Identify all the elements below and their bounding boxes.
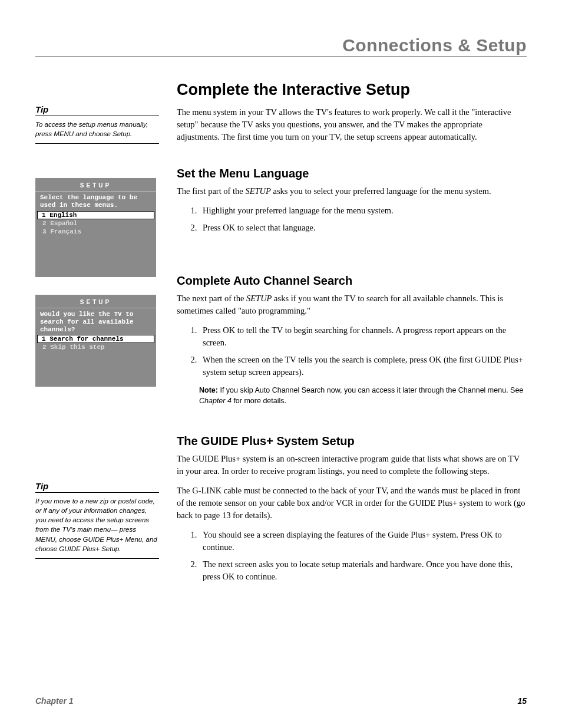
section-paragraph: The first part of the SETUP asks you to … [177, 185, 527, 197]
tv-screen-language: SETUP Select the language to be used in … [35, 178, 156, 276]
tv-screen-prompt: Select the language to be used in these … [35, 192, 156, 210]
list-item: When the screen on the TV tells you the … [199, 354, 527, 378]
ordered-list: Press OK to tell the TV to begin searchi… [177, 324, 527, 378]
page-header: Connections & Setup [35, 35, 527, 57]
chapter-label: Chapter 1 [35, 696, 74, 706]
tip-text: If you move to a new zip or postal code,… [35, 496, 159, 559]
list-item: Press OK to select that language. [199, 222, 527, 234]
intro-paragraph: The menu system in your TV allows the TV… [177, 106, 527, 143]
tv-option-search: 1 Search for channels [37, 335, 154, 343]
tv-option-francais: 3 Français [38, 228, 154, 236]
list-item: You should see a screen displaying the f… [199, 529, 527, 554]
list-item: Highlight your preferred language for th… [199, 205, 527, 217]
tip-text: To access the setup menus manually, pres… [35, 120, 159, 144]
tv-screen-title: SETUP [35, 295, 156, 308]
section-heading-language: Set the Menu Language [177, 167, 527, 180]
list-item: The next screen asks you to locate setup… [199, 558, 527, 583]
section-heading-guide-plus: The GUIDE Plus+ System Setup [177, 434, 527, 448]
tv-option-english: 1 English [37, 211, 154, 219]
section-paragraph: The G-LINK cable must be connected to th… [177, 485, 527, 522]
tip-block-2: Tip If you move to a new zip or postal c… [35, 481, 159, 559]
tv-option-espanol: 2 Español [38, 219, 154, 228]
tv-screen-channels: SETUP Would you like the TV to search fo… [35, 295, 156, 387]
list-item: Press OK to tell the TV to begin searchi… [199, 324, 527, 349]
tip-block-1: Tip To access the setup menus manually, … [35, 104, 159, 144]
note: Note: If you skip Auto Channel Search no… [199, 386, 527, 406]
page-number: 15 [517, 696, 527, 706]
sidebar: Tip To access the setup menus manually, … [35, 81, 159, 590]
tip-title: Tip [35, 104, 159, 116]
tv-option-skip: 2 Skip this step [38, 343, 154, 351]
tip-title: Tip [35, 481, 159, 493]
page-footer: Chapter 1 15 [35, 696, 527, 706]
ordered-list: You should see a screen displaying the f… [177, 529, 527, 583]
main-content: Complete the Interactive Setup The menu … [177, 81, 527, 590]
tv-screen-prompt: Would you like the TV to search for all … [35, 308, 156, 335]
section-paragraph: The next part of the SETUP asks if you w… [177, 292, 527, 317]
tv-screen-title: SETUP [35, 178, 156, 192]
page-title: Complete the Interactive Setup [177, 81, 527, 99]
section-paragraph: The GUIDE Plus+ system is an on-screen i… [177, 453, 527, 477]
ordered-list: Highlight your preferred language for th… [177, 205, 527, 234]
section-heading-channel-search: Complete Auto Channel Search [177, 274, 527, 288]
